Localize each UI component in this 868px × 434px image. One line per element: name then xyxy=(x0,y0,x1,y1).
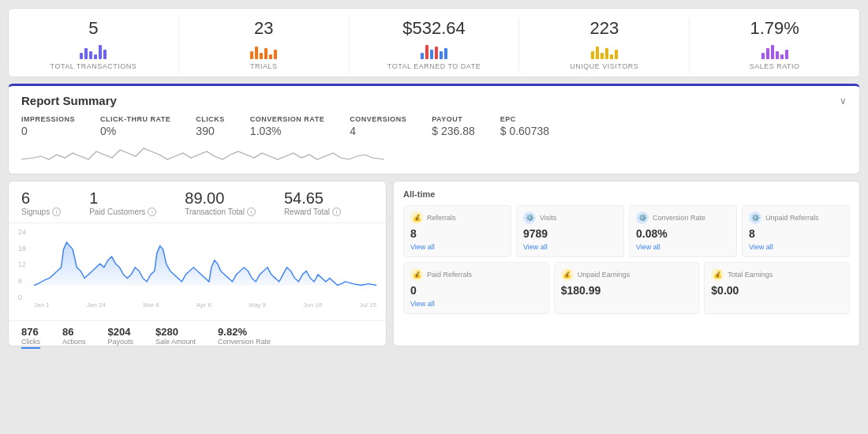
mini-bar-0-0 xyxy=(80,53,83,59)
grid-value-0: 8 xyxy=(410,227,504,240)
bottom-stat-value-3: $280 xyxy=(155,326,196,338)
alltime-panel-title: All-time xyxy=(403,189,850,199)
stat-value-3: 223 xyxy=(589,18,619,39)
mini-bar-4-1 xyxy=(766,48,769,59)
mini-bar-4-3 xyxy=(776,51,779,59)
chart-area: 24181260 Jan 1Jan 24Mar 6Apr 6May 9Jun 1… xyxy=(9,223,386,320)
metric-label-0: IMPRESSIONS xyxy=(21,115,75,123)
signup-label-1: Paid Customers i xyxy=(89,208,156,216)
grid-item-3: ⚙️ Unpaid Referrals 8 View all xyxy=(742,205,850,257)
bottom-stat-1: 86Actions xyxy=(62,326,86,349)
mini-bar-4-5 xyxy=(785,50,788,59)
mini-bar-2-3 xyxy=(435,47,438,59)
metric-item-6: EPC$ 0.60738 xyxy=(500,115,549,137)
mini-bar-1-2 xyxy=(260,53,263,59)
chart-svg-wrap xyxy=(34,228,376,300)
alltime-grid: 💰 Referrals 8 View all ⚙️ Visits 9789 Vi… xyxy=(403,205,850,257)
metric-item-2: CLICKS390 xyxy=(196,115,225,137)
metric-item-0: IMPRESSIONS0 xyxy=(21,115,75,137)
mini-chart-1 xyxy=(250,42,277,59)
bottom-stats-row: 876Clicks86Actions$204Payouts$280Sale Am… xyxy=(9,320,386,355)
report-title: Report Summary xyxy=(21,94,117,107)
bottom-stat-underline-0 xyxy=(21,347,40,349)
metric-value-5: $ 236.88 xyxy=(432,125,475,137)
metric-item-4: CONVERSIONS4 xyxy=(350,115,406,137)
grid2-item-2: 💰 Total Earnings $0.00 xyxy=(704,262,850,314)
bottom-stat-value-4: 9.82% xyxy=(218,326,271,338)
view-all-2[interactable]: View all xyxy=(636,243,730,251)
grid-icon-0: 💰 xyxy=(410,211,423,224)
x-label-6: Mar 6 xyxy=(143,301,159,309)
stat-label-4: SALES RATIO xyxy=(750,62,800,70)
mini-chart-4 xyxy=(761,42,788,59)
mini-bar-3-2 xyxy=(600,53,604,59)
grid2-label-0: Paid Referrals xyxy=(427,271,472,279)
grid2-label-1: Unpaid Earnings xyxy=(578,271,630,279)
stat-item-2: $532.64TOTAL EARNED TO DATE xyxy=(350,18,520,70)
metric-label-3: CONVERSION RATE xyxy=(250,115,324,123)
report-header: Report Summary ∨ xyxy=(21,94,847,107)
report-summary-panel: Report Summary ∨ IMPRESSIONS0CLICK-THRU … xyxy=(8,84,860,174)
grid-label-0: Referrals xyxy=(427,214,456,222)
view-all2-0[interactable]: View all xyxy=(410,300,542,308)
info-icon-2: i xyxy=(247,208,256,216)
stat-value-0: 5 xyxy=(88,18,98,39)
stat-label-0: TOTAL TRANSACTIONS xyxy=(51,62,137,70)
bottom-stat-label-4: Conversion Rate xyxy=(218,338,271,346)
lower-section: 6Signups i1Paid Customers i89.00Transact… xyxy=(8,181,860,346)
stat-value-4: 1.79% xyxy=(750,18,799,39)
mini-bar-1-5 xyxy=(274,50,277,59)
signup-item-0: 6Signups i xyxy=(21,189,61,216)
mini-chart-0 xyxy=(80,42,107,59)
bottom-stat-label-3: Sale Amount xyxy=(155,338,196,346)
stat-item-4: 1.79%SALES RATIO xyxy=(690,18,859,70)
grid2-item-header-1: 💰 Unpaid Earnings xyxy=(561,268,693,281)
grid2-value-0: 0 xyxy=(410,284,542,297)
mini-bar-3-3 xyxy=(605,48,608,59)
stat-item-1: 23TRIALS xyxy=(179,18,350,70)
signup-value-1: 1 xyxy=(89,189,156,208)
metric-value-1: 0% xyxy=(100,125,170,137)
metric-label-6: EPC xyxy=(500,115,549,123)
mini-chart-2 xyxy=(421,42,447,59)
metric-value-0: 0 xyxy=(21,125,75,137)
grid2-item-0: 💰 Paid Referrals 0 View all xyxy=(403,262,549,314)
stat-value-2: $532.64 xyxy=(402,18,466,39)
grid-item-header-1: ⚙️ Visits xyxy=(523,211,617,224)
grid-item-2: ⚙️ Conversion Rate 0.08% View all xyxy=(629,205,737,257)
metric-item-5: PAYOUT$ 236.88 xyxy=(432,115,475,137)
collapse-icon[interactable]: ∨ xyxy=(840,95,847,107)
grid-label-3: Unpaid Referrals xyxy=(765,214,819,222)
mini-bar-0-4 xyxy=(99,45,102,59)
view-all-3[interactable]: View all xyxy=(749,243,843,251)
y-label-2: 12 xyxy=(18,260,26,268)
signup-label-3: Reward Total i xyxy=(284,208,341,216)
bottom-stat-value-1: 86 xyxy=(62,326,86,338)
y-label-4: 0 xyxy=(18,294,26,301)
grid-item-header-0: 💰 Referrals xyxy=(410,211,504,224)
grid2-label-2: Total Earnings xyxy=(728,271,773,279)
left-panel: 6Signups i1Paid Customers i89.00Transact… xyxy=(8,181,387,346)
signup-value-2: 89.00 xyxy=(185,189,256,208)
grid-icon-1: ⚙️ xyxy=(523,211,536,224)
grid2-item-1: 💰 Unpaid Earnings $180.99 xyxy=(554,262,700,314)
x-label-0: Jan 1 xyxy=(34,301,50,309)
metric-value-6: $ 0.60738 xyxy=(500,125,549,137)
mini-bar-2-5 xyxy=(444,48,447,59)
sparkline-area xyxy=(21,142,847,164)
metric-value-2: 390 xyxy=(196,125,225,137)
y-label-3: 6 xyxy=(18,277,26,285)
view-all-0[interactable]: View all xyxy=(410,243,504,251)
alltime-grid2: 💰 Paid Referrals 0 View all 💰 Unpaid Ear… xyxy=(403,262,850,314)
bottom-stat-2: $204Payouts xyxy=(108,326,134,349)
metric-item-1: CLICK-THRU RATE0% xyxy=(100,115,170,137)
view-all-1[interactable]: View all xyxy=(523,243,617,251)
grid-item-0: 💰 Referrals 8 View all xyxy=(403,205,511,257)
metric-label-1: CLICK-THRU RATE xyxy=(100,115,170,123)
info-icon-1: i xyxy=(148,208,156,216)
mini-bar-1-4 xyxy=(269,54,272,59)
mini-bar-2-2 xyxy=(430,50,433,59)
mini-bar-1-1 xyxy=(255,47,258,59)
mini-bar-0-1 xyxy=(84,48,88,59)
top-stats-bar: 5TOTAL TRANSACTIONS23TRIALS$532.64TOTAL … xyxy=(8,8,860,77)
